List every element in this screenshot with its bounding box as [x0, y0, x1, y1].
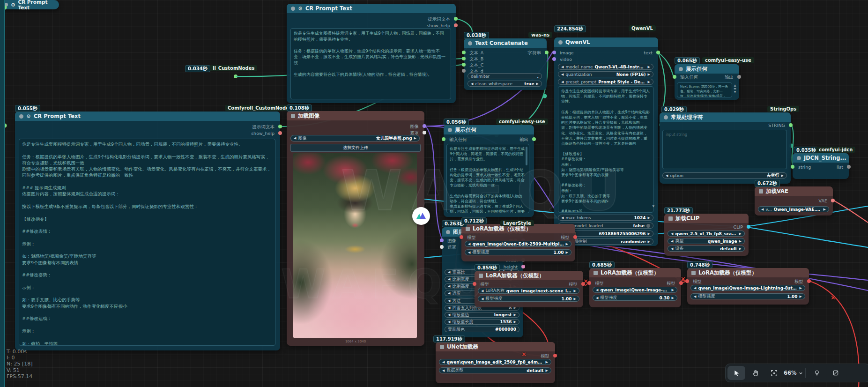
widget-数据类型[interactable]: ◀数据类型default▶ — [439, 367, 551, 373]
combo-left-arrow-icon[interactable]: ◀ — [294, 136, 296, 140]
output-slot[interactable] — [234, 74, 237, 78]
combo-left-arrow-icon[interactable]: ◀ — [596, 296, 598, 300]
widget-quantization[interactable]: ◀quantizationNone (FP16)▶ — [558, 71, 653, 77]
output-slot[interactable] — [807, 279, 811, 283]
node-header[interactable]: 加载VAE — [755, 186, 833, 196]
combo-right-arrow-icon[interactable]: ▶ — [566, 242, 568, 246]
node-lora-d[interactable]: LoRA加载器（仅模型）模型模型◀qwen_image\Qwen-Image-E… — [589, 268, 681, 307]
combo-left-arrow-icon[interactable]: ◀ — [448, 270, 450, 274]
widget-模型强度[interactable]: ◀模型强度0.30▶ — [593, 295, 677, 301]
combo-right-arrow-icon[interactable]: ▶ — [648, 232, 650, 236]
combo-left-arrow-icon[interactable]: ◀ — [448, 299, 450, 303]
combo-left-arrow-icon[interactable]: ◀ — [448, 291, 450, 295]
output-slot[interactable] — [573, 235, 577, 239]
output-slot[interactable] — [454, 23, 458, 27]
combo-left-arrow-icon[interactable]: ◀ — [561, 216, 564, 220]
combo-left-arrow-icon[interactable]: ◀ — [671, 232, 673, 236]
combo-left-arrow-icon[interactable]: ◀ — [671, 239, 673, 243]
node-header[interactable]: ⚙CR Prompt Text — [287, 4, 456, 13]
output-slot[interactable] — [656, 51, 660, 54]
combo-left-arrow-icon[interactable]: ◀ — [561, 80, 564, 84]
node-lora-a[interactable]: LoRA加载器（仅模型）模型模型◀qwen_image\Qwen-Edit-25… — [461, 224, 575, 261]
node-lora-c[interactable]: LoRA加载器（仅模型）模型模型◀LoRA名称qwen_image\next-s… — [475, 271, 583, 307]
widget-value[interactable]: ◀qwen_2.5_vl_7b_fp8_scaled.saf ...▶ — [668, 231, 745, 237]
combo-right-arrow-icon[interactable]: ▶ — [800, 295, 802, 298]
text-area[interactable]: 你是专注生成套图模特提示词专家，用于生成9个同人物，同场景，同服装，不同的模特照… — [19, 139, 275, 346]
combo-right-arrow-icon[interactable]: ▶ — [546, 369, 548, 372]
combo-left-arrow-icon[interactable]: ◀ — [561, 73, 564, 76]
combo-right-arrow-icon[interactable]: ▶ — [739, 232, 742, 236]
input-slot[interactable] — [685, 279, 689, 283]
combo-right-arrow-icon[interactable]: ▶ — [781, 174, 784, 178]
node-load-image[interactable]: 加载图像图像遮罩◀图像女儿国半身照.png▶选择文件上传1064 x 3040 — [287, 111, 424, 346]
scroll-down-icon[interactable]: ▼ — [652, 204, 654, 208]
combo-left-arrow-icon[interactable]: ◀ — [442, 369, 445, 372]
node-unet[interactable]: UNet加载器模型◀qwen\qwen_image_edit_2509_fp8_… — [436, 342, 555, 383]
widget-缩放至长度[interactable]: ◀缩放至长度1536▶ — [445, 319, 519, 325]
output-slot[interactable] — [532, 137, 536, 141]
combo-right-arrow-icon[interactable]: ▶ — [648, 80, 650, 84]
output-slot[interactable] — [747, 225, 750, 229]
combo-right-arrow-icon[interactable]: ▶ — [672, 296, 674, 300]
widget-模型强度[interactable]: ◀模型强度1.00▶ — [690, 293, 805, 299]
combo-right-arrow-icon[interactable]: ▶ — [574, 289, 576, 293]
node-header[interactable]: ⚙CR Prompt Text — [15, 112, 280, 121]
node-header[interactable]: LoRA加载器（仅模型） — [589, 268, 681, 277]
input-slot[interactable] — [552, 57, 556, 61]
widget-preset_prompt[interactable]: ◀preset_promptPrompt Style - Detailed▶ — [558, 79, 653, 85]
node-header[interactable]: UNet加载器 — [436, 342, 555, 351]
node-cr-collapsed[interactable]: ⚙CR Prompt Text — [0, 0, 59, 9]
text-area[interactable]: 你是专注生成套图模特提示词专家，用于生成9个同人物，同场景，同服装，不同的模特照… — [446, 144, 529, 213]
node-show-any-mid[interactable]: 展示任何输入任何输出你是专注生成套图模特提示词专家，用于生成9个同人物，同场景，… — [444, 125, 534, 217]
input-slot[interactable] — [791, 165, 794, 169]
node-cr-left[interactable]: ⚙CR Prompt Text提示词文本show_help你是专注生成套图模特提… — [15, 112, 280, 350]
node-cr-top[interactable]: ⚙CR Prompt Text提示词文本show_help你是专注生成套图模特提… — [287, 4, 456, 103]
input-slot[interactable] — [462, 57, 466, 60]
output-slot[interactable] — [847, 165, 851, 169]
node-graph-canvas[interactable]: 0.034秒ll_CustomNodes⚙CR Prompt Text0.055… — [0, 0, 868, 387]
toggle-theme-button[interactable] — [808, 366, 826, 380]
node-load-vae[interactable]: 加载VAEVAE◀v...Qwen_Image-VAE.safetensors▶ — [755, 186, 833, 216]
combo-left-arrow-icon[interactable]: ◀ — [448, 284, 450, 288]
combo-left-arrow-icon[interactable]: ◀ — [694, 286, 696, 290]
input-slot[interactable] — [462, 51, 466, 54]
combo-right-arrow-icon[interactable]: ▶ — [514, 313, 516, 317]
output-slot[interactable] — [423, 124, 426, 128]
muted-link-x-icon[interactable]: ✕ — [583, 278, 588, 285]
scrollbar-thumb[interactable] — [526, 147, 527, 165]
node-header[interactable]: 展示任何 — [675, 64, 739, 74]
node-header[interactable]: Text Concatenate — [464, 38, 547, 48]
combo-right-arrow-icon[interactable]: ▶ — [648, 240, 650, 244]
node-qwenvl[interactable]: QwenVLimagevideotext◀model_nameQwen3-VL-… — [554, 37, 658, 246]
combo-left-arrow-icon[interactable]: ◀ — [481, 297, 483, 301]
toggle-icon[interactable] — [646, 224, 650, 228]
widget-model_name[interactable]: ◀model_nameQwen3-VL-4B-Instruct▶ — [558, 64, 653, 70]
layerstyle-logo-badge[interactable] — [412, 207, 430, 225]
input-slot[interactable] — [462, 63, 466, 67]
node-header[interactable]: LoRA加载器（仅模型） — [687, 268, 809, 277]
combo-right-arrow-icon[interactable]: ▶ — [514, 320, 516, 324]
scroll-arrows[interactable]: ▲ ▬ ▼ — [734, 83, 736, 93]
input-slot[interactable] — [442, 137, 445, 141]
fit-view-button[interactable] — [765, 366, 783, 380]
widget-value[interactable]: ◀qwen_image\Qwen-Edit-2509-Multiple-angl… — [465, 241, 571, 247]
node-header[interactable]: 常规处理字符 — [660, 112, 791, 122]
input-slot[interactable] — [473, 282, 476, 286]
widget-LoRA名称[interactable]: ◀LoRA名称qwen_image\next-scene_lora-v2-300… — [478, 288, 579, 294]
combo-right-arrow-icon[interactable]: ▶ — [648, 73, 650, 76]
node-string-ops[interactable]: 常规处理字符STRING◀option去空行▶input string — [660, 112, 791, 184]
widget-类型[interactable]: ◀类型qwen_image▶ — [668, 238, 745, 244]
input-slot[interactable] — [673, 75, 676, 79]
muted-link-x-icon[interactable]: ✕ — [681, 275, 686, 283]
node-lora-b[interactable]: LoRA加载器（仅模型）模型模型◀qwen_image\Qwen-Image-L… — [687, 268, 809, 305]
widget-value[interactable]: ◀qwen_image\Qwen-Image-Lightning-8steps-… — [690, 285, 805, 291]
combo-right-arrow-icon[interactable]: ▶ — [566, 251, 568, 254]
output-slot[interactable] — [278, 131, 282, 135]
widget-图像[interactable]: ◀图像女儿国半身照.png▶ — [290, 135, 420, 141]
combo-right-arrow-icon[interactable]: ▶ — [546, 360, 548, 364]
output-slot[interactable] — [521, 265, 525, 268]
node-header[interactable]: JDCN_String... — [793, 153, 849, 163]
node-jdcn-string[interactable]: JDCN_String...stringlist — [793, 153, 849, 179]
combo-right-arrow-icon[interactable]: ▶ — [739, 247, 742, 251]
output-slot[interactable] — [454, 17, 458, 21]
